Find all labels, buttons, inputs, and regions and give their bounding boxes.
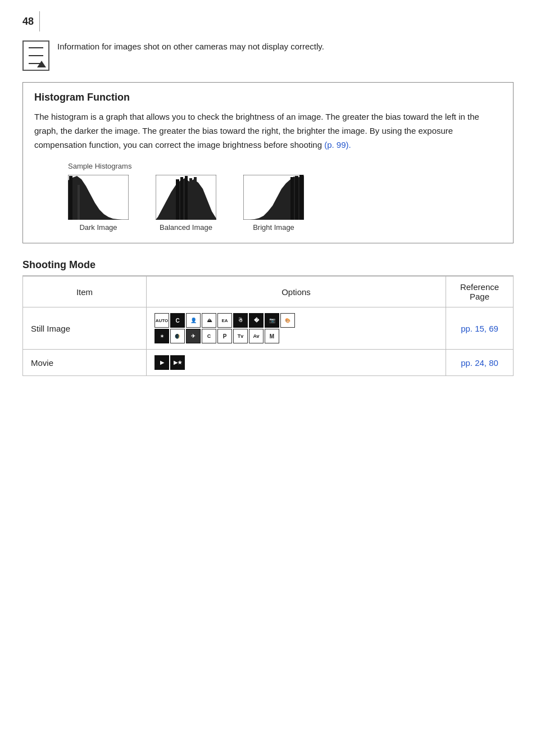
svg-rect-10 bbox=[189, 178, 192, 220]
table-row: Still Image AUTO C 👤 ⛰ EA ☃ � 📷 🎨 ✶ 🌒 bbox=[23, 307, 514, 350]
page-number: 48 bbox=[22, 16, 34, 28]
mode-icon-b: 🌒 bbox=[170, 329, 185, 343]
movie-item: Movie bbox=[23, 350, 147, 376]
note-box: Information for images shot on other cam… bbox=[22, 40, 514, 71]
mode-icon-p2: 👤 bbox=[186, 313, 201, 328]
mode-icon-mv2: ▶★ bbox=[170, 355, 185, 370]
movie-icons-grid: ▶ ▶★ bbox=[155, 355, 185, 370]
table-row: Movie ▶ ▶★ pp. 24, 80 bbox=[23, 350, 514, 376]
shooting-section-title: Shooting Mode bbox=[22, 259, 514, 276]
svg-rect-2 bbox=[69, 176, 72, 220]
mode-icon-auto: AUTO bbox=[155, 313, 169, 328]
note-icon-line1 bbox=[29, 47, 43, 48]
histogram-body: The histogram is a graph that allows you… bbox=[34, 110, 502, 152]
mode-icon-ea: EA bbox=[217, 313, 232, 328]
still-image-options: AUTO C 👤 ⛰ EA ☃ � 📷 🎨 ✶ 🌒 ✈ C P bbox=[147, 307, 446, 350]
mode-icon-mv1: ▶ bbox=[155, 355, 169, 370]
note-text: Information for images shot on other cam… bbox=[57, 40, 324, 53]
mode-icon-pv: 🎨 bbox=[280, 313, 295, 328]
sample-histograms-label: Sample Histograms bbox=[68, 162, 502, 170]
movie-ref: pp. 24, 80 bbox=[446, 350, 514, 376]
histogram-section: Histogram Function The histogram is a gr… bbox=[22, 82, 514, 243]
still-image-ref: pp. 15, 69 bbox=[446, 307, 514, 350]
svg-rect-11 bbox=[194, 177, 197, 220]
histogram-dark-svg bbox=[68, 175, 129, 220]
mode-icon-m: M bbox=[265, 329, 279, 343]
mode-icon-d: 📷 bbox=[265, 313, 279, 328]
mode-icon-sc: � bbox=[249, 313, 264, 328]
histogram-bright-svg bbox=[243, 175, 304, 220]
svg-rect-16 bbox=[299, 175, 303, 220]
svg-rect-9 bbox=[185, 176, 188, 220]
histogram-link: (p. 99). bbox=[324, 140, 351, 150]
shooting-table: Item Options Reference Page Still Image … bbox=[22, 276, 514, 376]
page-divider bbox=[39, 11, 40, 31]
svg-rect-14 bbox=[290, 177, 294, 220]
page-header: 48 bbox=[22, 11, 514, 31]
histogram-bright-label: Bright Image bbox=[253, 223, 294, 232]
svg-rect-3 bbox=[74, 180, 76, 220]
movie-options: ▶ ▶★ bbox=[147, 350, 446, 376]
movie-ref-link: pp. 24, 80 bbox=[461, 358, 498, 368]
svg-rect-8 bbox=[180, 177, 183, 220]
mode-icon-s: ☃ bbox=[233, 313, 248, 328]
mode-icon-c2: C bbox=[202, 329, 216, 343]
table-header-row: Item Options Reference Page bbox=[23, 277, 514, 307]
histogram-bright: Bright Image bbox=[243, 175, 304, 232]
col-header-ref: Reference Page bbox=[446, 277, 514, 307]
col-header-options: Options bbox=[147, 277, 446, 307]
mode-icon-x: ✶ bbox=[155, 329, 169, 343]
histogram-dark: Dark Image bbox=[68, 175, 129, 232]
mode-icon-sc2: ✈ bbox=[186, 329, 201, 343]
histogram-dark-label: Dark Image bbox=[79, 223, 117, 232]
mode-icon-c: C bbox=[170, 313, 185, 328]
still-image-ref-link: pp. 15, 69 bbox=[461, 324, 498, 333]
svg-rect-15 bbox=[295, 176, 298, 220]
histogram-balanced-label: Balanced Image bbox=[160, 223, 212, 232]
still-image-icons-grid: AUTO C 👤 ⛰ EA ☃ � 📷 🎨 ✶ 🌒 ✈ C P bbox=[155, 313, 301, 343]
histogram-title: Histogram Function bbox=[34, 92, 502, 103]
shooting-section: Shooting Mode Item Options Reference Pag… bbox=[22, 259, 514, 376]
note-icon bbox=[22, 40, 49, 71]
col-header-item: Item bbox=[23, 277, 147, 307]
mode-icon-p: P bbox=[217, 329, 232, 343]
histogram-body-text: The histogram is a graph that allows you… bbox=[34, 112, 479, 150]
mode-icon-a: ⛰ bbox=[202, 313, 216, 328]
mode-icon-tv: Tv bbox=[233, 329, 248, 343]
svg-rect-7 bbox=[176, 179, 179, 220]
histogram-balanced: Balanced Image bbox=[156, 175, 216, 232]
note-icon-line2 bbox=[29, 55, 43, 56]
histograms-row: Dark Image Balanced Image bbox=[68, 175, 502, 232]
note-icon-triangle bbox=[37, 61, 46, 67]
histogram-balanced-svg bbox=[156, 175, 216, 220]
mode-icon-av: Av bbox=[249, 329, 264, 343]
still-image-item: Still Image bbox=[23, 307, 147, 350]
svg-rect-4 bbox=[78, 185, 80, 220]
